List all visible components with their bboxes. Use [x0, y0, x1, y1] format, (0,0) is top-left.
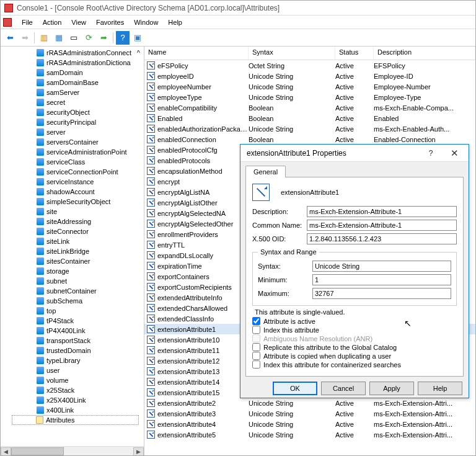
menu-favorites[interactable]: Favorites: [91, 17, 129, 27]
tree-item[interactable]: samDomain: [1, 68, 144, 78]
scroll-left-button[interactable]: ◀: [1, 447, 11, 457]
help-button[interactable]: ?: [116, 31, 130, 45]
ok-button[interactable]: OK: [273, 382, 317, 395]
tree-item[interactable]: subnet: [1, 276, 144, 286]
tree-item[interactable]: securityObject: [1, 107, 144, 117]
list-row[interactable]: extensionAttribute3Unicode StringActivem…: [144, 408, 475, 419]
back-button[interactable]: ⬅: [3, 31, 17, 45]
tree-scroll-up-icon[interactable]: ^: [137, 49, 140, 56]
show-tree-button[interactable]: ▥: [37, 31, 51, 45]
col-status[interactable]: Status: [335, 47, 374, 60]
list-row[interactable]: employeeTypeUnicode StringActiveEmployee…: [144, 92, 475, 102]
tab-general[interactable]: General: [245, 166, 286, 177]
refresh-button[interactable]: ⟳: [82, 31, 95, 45]
tree-item-attributes[interactable]: Attributes: [12, 415, 139, 425]
tree-item[interactable]: site: [1, 207, 144, 217]
tree-item[interactable]: serversContainer: [1, 137, 144, 147]
tree-item[interactable]: subnetContainer: [1, 286, 144, 296]
list-row[interactable]: employeeIDUnicode StringActiveEmployee-I…: [144, 71, 475, 81]
properties-button[interactable]: ▭: [67, 31, 81, 45]
list-row[interactable]: enabledConnectionBooleanActiveEnabled-Co…: [144, 134, 475, 145]
tree-item[interactable]: x25Stack: [1, 385, 144, 395]
tree-item[interactable]: x25X400Link: [1, 395, 144, 405]
field-maximum[interactable]: [312, 288, 451, 299]
dialog-title-bar[interactable]: extensionAttribute1 Properties ? ✕: [240, 145, 469, 162]
check-copy[interactable]: [252, 352, 260, 360]
tree-item[interactable]: secret: [1, 97, 144, 107]
tree-item[interactable]: sitesContainer: [1, 256, 144, 266]
list-row[interactable]: eFSPolicyOctet StringActiveEFSPolicy: [144, 60, 475, 71]
tree-h-scrollbar[interactable]: ◀ ▶: [1, 446, 144, 456]
col-syntax[interactable]: Syntax: [249, 47, 335, 60]
menu-file[interactable]: File: [17, 17, 38, 27]
tree-item[interactable]: serviceInstance: [1, 177, 144, 187]
tree-item[interactable]: subSchema: [1, 296, 144, 306]
tree-item[interactable]: tP4X400Link: [1, 326, 144, 336]
check-index[interactable]: [252, 326, 260, 334]
help-button[interactable]: Help: [418, 382, 462, 395]
check-active[interactable]: [252, 317, 260, 325]
tree-item[interactable]: siteLinkBridge: [1, 246, 144, 256]
tree-item[interactable]: siteAddressing: [1, 217, 144, 226]
list-row[interactable]: employeeNumberUnicode StringActiveEmploy…: [144, 81, 475, 92]
tree-item[interactable]: shadowAccount: [1, 187, 144, 197]
list-row[interactable]: enableCompatibilityBooleanActivems-Exch-…: [144, 102, 475, 113]
tree-item[interactable]: x400Link: [1, 405, 144, 415]
menu-view[interactable]: View: [66, 17, 91, 27]
tree-item[interactable]: serviceConnectionPoint: [1, 167, 144, 177]
list-header[interactable]: Name Syntax Status Description: [144, 47, 475, 60]
scroll-track[interactable]: [11, 447, 133, 457]
tree-item[interactable]: samServer: [1, 87, 144, 97]
check-active-label: Attribute is active: [263, 318, 315, 325]
field-oid[interactable]: [307, 233, 457, 244]
field-common-name[interactable]: [307, 220, 457, 231]
tree-item[interactable]: simpleSecurityObject: [1, 197, 144, 207]
menu-help[interactable]: Help: [163, 17, 187, 27]
tree-item[interactable]: samDomainBase: [1, 78, 144, 87]
check-container-index[interactable]: [252, 360, 260, 369]
tree-item[interactable]: top: [1, 306, 144, 316]
list-row[interactable]: extensionAttribute2Unicode StringActivem…: [144, 398, 475, 408]
close-icon[interactable]: ✕: [443, 146, 466, 160]
tree-item[interactable]: server: [1, 127, 144, 137]
list-row[interactable]: extensionAttribute4Unicode StringActivem…: [144, 419, 475, 429]
dialog-help-button[interactable]: ?: [419, 146, 443, 160]
export-button[interactable]: ➦: [97, 31, 110, 45]
forward-button[interactable]: ➡: [18, 31, 32, 45]
tree-item[interactable]: serviceClass: [1, 157, 144, 167]
tree-item[interactable]: siteConnector: [1, 226, 144, 236]
col-description[interactable]: Description: [374, 47, 475, 60]
tree-item[interactable]: serviceAdministrationPoint: [1, 147, 144, 157]
field-syntax[interactable]: [312, 261, 451, 272]
list-row[interactable]: EnabledBooleanActiveEnabled: [144, 113, 475, 123]
window-mode-button[interactable]: ▣: [131, 31, 144, 45]
list-row[interactable]: extensionAttribute5Unicode StringActivem…: [144, 429, 475, 440]
tree-item[interactable]: storage: [1, 266, 144, 276]
field-description[interactable]: [307, 206, 457, 217]
tree-item[interactable]: siteLink: [1, 236, 144, 246]
tree-item[interactable]: typeLibrary: [1, 355, 144, 365]
list-row[interactable]: enabledAuthorizationPackagesUnicode Stri…: [144, 123, 475, 134]
tree-item[interactable]: securityPrincipal: [1, 117, 144, 127]
tree-item[interactable]: volume: [1, 375, 144, 385]
tree-item[interactable]: rRASAdministrationConnect ^: [1, 48, 144, 58]
col-name[interactable]: Name: [144, 47, 249, 60]
cancel-button[interactable]: Cancel: [321, 382, 366, 395]
menu-action[interactable]: Action: [38, 17, 67, 27]
tree[interactable]: rRASAdministrationConnect ^rRASAdministr…: [1, 47, 144, 446]
tree-item[interactable]: user: [1, 365, 144, 375]
field-minimum[interactable]: [312, 274, 451, 285]
check-replicate[interactable]: [252, 343, 260, 351]
tree-item[interactable]: tP4Stack: [1, 316, 144, 326]
view-options-button[interactable]: ▦: [52, 31, 66, 45]
class-icon: [37, 178, 44, 186]
menu-window[interactable]: Window: [129, 17, 163, 27]
cell: encryptAlgListNA: [157, 189, 249, 196]
tree-item[interactable]: rRASAdministrationDictiona: [1, 58, 144, 68]
tree-item[interactable]: transportStack: [1, 336, 144, 346]
apply-button[interactable]: Apply: [369, 382, 414, 395]
class-icon: [37, 327, 44, 334]
scroll-thumb[interactable]: [11, 447, 64, 455]
tree-item[interactable]: trustedDomain: [1, 346, 144, 355]
scroll-right-button[interactable]: ▶: [133, 447, 144, 457]
